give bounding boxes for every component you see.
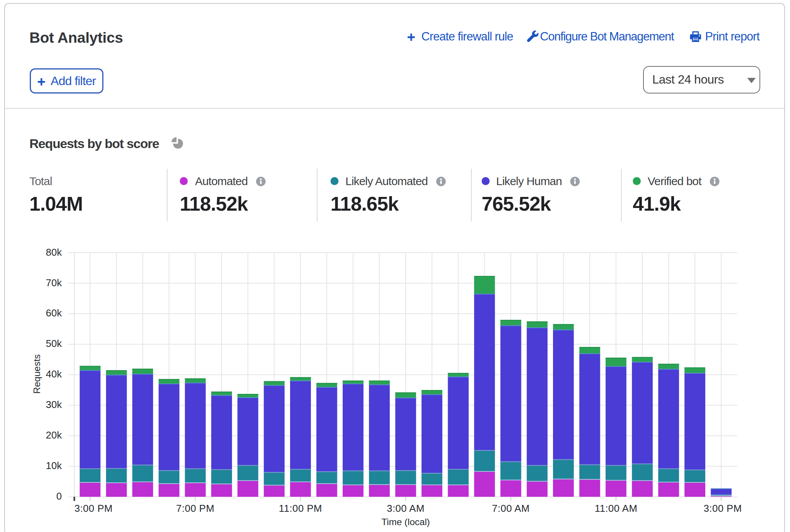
- svg-text:11:00 PM: 11:00 PM: [279, 503, 322, 514]
- svg-text:40k: 40k: [46, 368, 62, 380]
- svg-text:50k: 50k: [46, 338, 62, 349]
- svg-text:80k: 80k: [46, 247, 62, 258]
- svg-text:70k: 70k: [46, 277, 62, 289]
- svg-text:Time (local): Time (local): [381, 517, 430, 527]
- svg-text:0: 0: [56, 490, 62, 502]
- svg-text:Requests: Requests: [32, 354, 42, 394]
- svg-text:20k: 20k: [46, 429, 62, 441]
- svg-text:7:00 PM: 7:00 PM: [176, 503, 214, 514]
- svg-text:60k: 60k: [46, 307, 62, 319]
- svg-text:3:00 PM: 3:00 PM: [704, 503, 742, 514]
- svg-text:7:00 AM: 7:00 AM: [492, 503, 530, 514]
- svg-text:3:00 PM: 3:00 PM: [74, 503, 113, 514]
- svg-text:30k: 30k: [46, 399, 62, 410]
- svg-text:10k: 10k: [46, 460, 62, 471]
- svg-text:11:00 AM: 11:00 AM: [595, 503, 637, 514]
- svg-text:3:00 AM: 3:00 AM: [387, 503, 424, 514]
